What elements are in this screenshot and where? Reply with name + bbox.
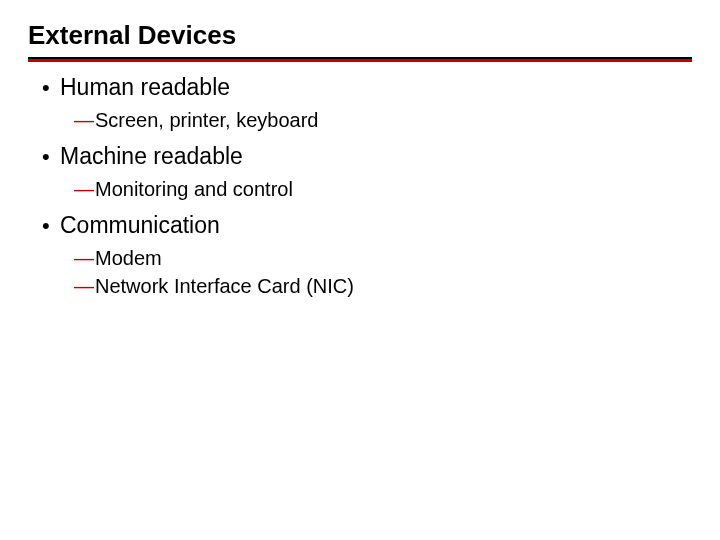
- bullet-label: Communication: [60, 210, 220, 241]
- slide: External Devices • Human readable — Scre…: [0, 0, 720, 540]
- sub-label: Modem: [95, 245, 162, 271]
- list-item: • Communication — Modem — Network Interf…: [42, 210, 692, 299]
- sub-list: — Screen, printer, keyboard: [42, 107, 692, 133]
- slide-title: External Devices: [28, 20, 692, 51]
- dash-icon: —: [74, 176, 94, 202]
- sub-label: Screen, printer, keyboard: [95, 107, 318, 133]
- list-item: • Machine readable — Monitoring and cont…: [42, 141, 692, 202]
- title-underline: [28, 57, 692, 62]
- bullet-icon: •: [42, 215, 60, 237]
- sub-list: — Modem — Network Interface Card (NIC): [42, 245, 692, 299]
- sub-list-item: — Network Interface Card (NIC): [74, 273, 692, 299]
- sub-list: — Monitoring and control: [42, 176, 692, 202]
- bullet-label: Machine readable: [60, 141, 243, 172]
- dash-icon: —: [74, 273, 94, 299]
- list-item: • Human readable — Screen, printer, keyb…: [42, 72, 692, 133]
- dash-icon: —: [74, 107, 94, 133]
- rule-red: [28, 59, 692, 62]
- sub-label: Network Interface Card (NIC): [95, 273, 354, 299]
- bullet-label: Human readable: [60, 72, 230, 103]
- sub-list-item: — Monitoring and control: [74, 176, 692, 202]
- dash-icon: —: [74, 245, 94, 271]
- sub-label: Monitoring and control: [95, 176, 293, 202]
- bullet-icon: •: [42, 146, 60, 168]
- bullet-icon: •: [42, 77, 60, 99]
- sub-list-item: — Screen, printer, keyboard: [74, 107, 692, 133]
- bullet-list: • Human readable — Screen, printer, keyb…: [28, 72, 692, 299]
- sub-list-item: — Modem: [74, 245, 692, 271]
